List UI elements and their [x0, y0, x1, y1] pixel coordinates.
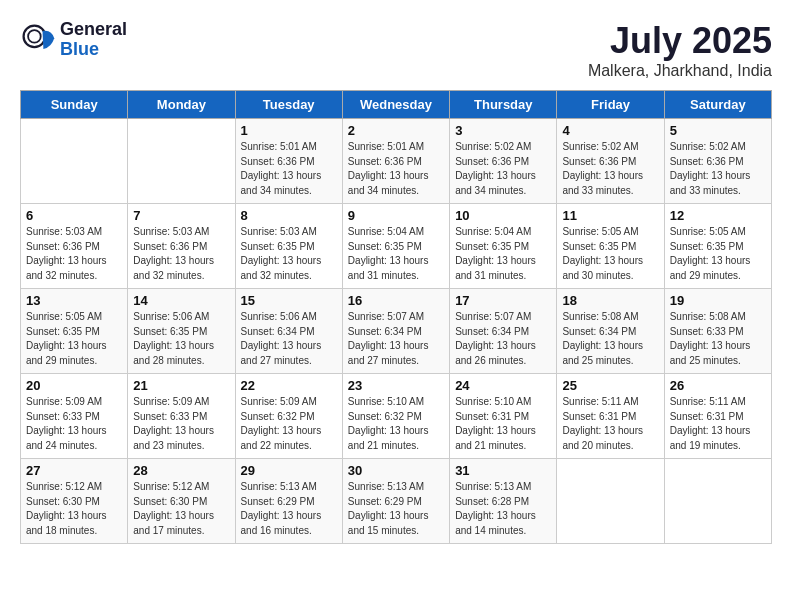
- calendar-week-2: 6Sunrise: 5:03 AM Sunset: 6:36 PM Daylig…: [21, 204, 772, 289]
- header-thursday: Thursday: [450, 91, 557, 119]
- calendar-cell: 22Sunrise: 5:09 AM Sunset: 6:32 PM Dayli…: [235, 374, 342, 459]
- day-number: 29: [241, 463, 337, 478]
- calendar-cell: 30Sunrise: 5:13 AM Sunset: 6:29 PM Dayli…: [342, 459, 449, 544]
- day-number: 6: [26, 208, 122, 223]
- day-info: Sunrise: 5:09 AM Sunset: 6:33 PM Dayligh…: [133, 395, 229, 453]
- day-info: Sunrise: 5:06 AM Sunset: 6:35 PM Dayligh…: [133, 310, 229, 368]
- day-info: Sunrise: 5:07 AM Sunset: 6:34 PM Dayligh…: [348, 310, 444, 368]
- calendar-week-1: 1Sunrise: 5:01 AM Sunset: 6:36 PM Daylig…: [21, 119, 772, 204]
- day-number: 5: [670, 123, 766, 138]
- day-number: 23: [348, 378, 444, 393]
- day-number: 11: [562, 208, 658, 223]
- day-info: Sunrise: 5:08 AM Sunset: 6:34 PM Dayligh…: [562, 310, 658, 368]
- day-info: Sunrise: 5:02 AM Sunset: 6:36 PM Dayligh…: [670, 140, 766, 198]
- page-header: General Blue July 2025 Malkera, Jharkhan…: [20, 20, 772, 80]
- day-number: 2: [348, 123, 444, 138]
- title-block: July 2025 Malkera, Jharkhand, India: [588, 20, 772, 80]
- calendar-cell: 9Sunrise: 5:04 AM Sunset: 6:35 PM Daylig…: [342, 204, 449, 289]
- day-info: Sunrise: 5:05 AM Sunset: 6:35 PM Dayligh…: [670, 225, 766, 283]
- day-number: 13: [26, 293, 122, 308]
- day-number: 19: [670, 293, 766, 308]
- calendar-cell: 4Sunrise: 5:02 AM Sunset: 6:36 PM Daylig…: [557, 119, 664, 204]
- calendar-cell: 17Sunrise: 5:07 AM Sunset: 6:34 PM Dayli…: [450, 289, 557, 374]
- calendar-cell: 20Sunrise: 5:09 AM Sunset: 6:33 PM Dayli…: [21, 374, 128, 459]
- day-info: Sunrise: 5:03 AM Sunset: 6:36 PM Dayligh…: [133, 225, 229, 283]
- header-wednesday: Wednesday: [342, 91, 449, 119]
- day-info: Sunrise: 5:13 AM Sunset: 6:29 PM Dayligh…: [348, 480, 444, 538]
- day-number: 8: [241, 208, 337, 223]
- calendar-cell: 28Sunrise: 5:12 AM Sunset: 6:30 PM Dayli…: [128, 459, 235, 544]
- day-number: 20: [26, 378, 122, 393]
- calendar-table: SundayMondayTuesdayWednesdayThursdayFrid…: [20, 90, 772, 544]
- day-number: 24: [455, 378, 551, 393]
- calendar-cell: 3Sunrise: 5:02 AM Sunset: 6:36 PM Daylig…: [450, 119, 557, 204]
- logo-text: General Blue: [60, 20, 127, 60]
- day-number: 1: [241, 123, 337, 138]
- calendar-cell: 15Sunrise: 5:06 AM Sunset: 6:34 PM Dayli…: [235, 289, 342, 374]
- day-info: Sunrise: 5:10 AM Sunset: 6:32 PM Dayligh…: [348, 395, 444, 453]
- calendar-cell: 19Sunrise: 5:08 AM Sunset: 6:33 PM Dayli…: [664, 289, 771, 374]
- day-info: Sunrise: 5:10 AM Sunset: 6:31 PM Dayligh…: [455, 395, 551, 453]
- day-info: Sunrise: 5:12 AM Sunset: 6:30 PM Dayligh…: [133, 480, 229, 538]
- day-info: Sunrise: 5:04 AM Sunset: 6:35 PM Dayligh…: [455, 225, 551, 283]
- day-info: Sunrise: 5:09 AM Sunset: 6:32 PM Dayligh…: [241, 395, 337, 453]
- day-number: 17: [455, 293, 551, 308]
- calendar-week-5: 27Sunrise: 5:12 AM Sunset: 6:30 PM Dayli…: [21, 459, 772, 544]
- day-number: 15: [241, 293, 337, 308]
- day-info: Sunrise: 5:13 AM Sunset: 6:29 PM Dayligh…: [241, 480, 337, 538]
- day-number: 7: [133, 208, 229, 223]
- header-monday: Monday: [128, 91, 235, 119]
- day-number: 16: [348, 293, 444, 308]
- calendar-cell: 2Sunrise: 5:01 AM Sunset: 6:36 PM Daylig…: [342, 119, 449, 204]
- day-number: 3: [455, 123, 551, 138]
- calendar-cell: 8Sunrise: 5:03 AM Sunset: 6:35 PM Daylig…: [235, 204, 342, 289]
- day-number: 4: [562, 123, 658, 138]
- calendar-cell: 18Sunrise: 5:08 AM Sunset: 6:34 PM Dayli…: [557, 289, 664, 374]
- calendar-cell: 27Sunrise: 5:12 AM Sunset: 6:30 PM Dayli…: [21, 459, 128, 544]
- day-number: 9: [348, 208, 444, 223]
- day-info: Sunrise: 5:05 AM Sunset: 6:35 PM Dayligh…: [26, 310, 122, 368]
- day-info: Sunrise: 5:06 AM Sunset: 6:34 PM Dayligh…: [241, 310, 337, 368]
- calendar-cell: [128, 119, 235, 204]
- calendar-cell: 11Sunrise: 5:05 AM Sunset: 6:35 PM Dayli…: [557, 204, 664, 289]
- day-number: 12: [670, 208, 766, 223]
- day-number: 21: [133, 378, 229, 393]
- calendar-cell: [557, 459, 664, 544]
- calendar-cell: 13Sunrise: 5:05 AM Sunset: 6:35 PM Dayli…: [21, 289, 128, 374]
- calendar-cell: [664, 459, 771, 544]
- calendar-cell: 23Sunrise: 5:10 AM Sunset: 6:32 PM Dayli…: [342, 374, 449, 459]
- day-info: Sunrise: 5:02 AM Sunset: 6:36 PM Dayligh…: [455, 140, 551, 198]
- calendar-cell: 31Sunrise: 5:13 AM Sunset: 6:28 PM Dayli…: [450, 459, 557, 544]
- logo-blue: Blue: [60, 39, 99, 59]
- svg-point-1: [28, 30, 41, 43]
- day-number: 28: [133, 463, 229, 478]
- calendar-cell: 10Sunrise: 5:04 AM Sunset: 6:35 PM Dayli…: [450, 204, 557, 289]
- day-number: 18: [562, 293, 658, 308]
- day-number: 27: [26, 463, 122, 478]
- day-number: 31: [455, 463, 551, 478]
- logo: General Blue: [20, 20, 127, 60]
- header-friday: Friday: [557, 91, 664, 119]
- calendar-cell: 1Sunrise: 5:01 AM Sunset: 6:36 PM Daylig…: [235, 119, 342, 204]
- day-info: Sunrise: 5:03 AM Sunset: 6:35 PM Dayligh…: [241, 225, 337, 283]
- day-info: Sunrise: 5:05 AM Sunset: 6:35 PM Dayligh…: [562, 225, 658, 283]
- calendar-cell: 7Sunrise: 5:03 AM Sunset: 6:36 PM Daylig…: [128, 204, 235, 289]
- day-info: Sunrise: 5:11 AM Sunset: 6:31 PM Dayligh…: [562, 395, 658, 453]
- day-number: 30: [348, 463, 444, 478]
- day-number: 10: [455, 208, 551, 223]
- day-number: 14: [133, 293, 229, 308]
- calendar-cell: 6Sunrise: 5:03 AM Sunset: 6:36 PM Daylig…: [21, 204, 128, 289]
- svg-point-0: [24, 25, 46, 47]
- day-info: Sunrise: 5:03 AM Sunset: 6:36 PM Dayligh…: [26, 225, 122, 283]
- calendar-cell: 24Sunrise: 5:10 AM Sunset: 6:31 PM Dayli…: [450, 374, 557, 459]
- header-saturday: Saturday: [664, 91, 771, 119]
- location-subtitle: Malkera, Jharkhand, India: [588, 62, 772, 80]
- day-number: 22: [241, 378, 337, 393]
- day-info: Sunrise: 5:02 AM Sunset: 6:36 PM Dayligh…: [562, 140, 658, 198]
- calendar-cell: 14Sunrise: 5:06 AM Sunset: 6:35 PM Dayli…: [128, 289, 235, 374]
- calendar-cell: 26Sunrise: 5:11 AM Sunset: 6:31 PM Dayli…: [664, 374, 771, 459]
- day-info: Sunrise: 5:01 AM Sunset: 6:36 PM Dayligh…: [241, 140, 337, 198]
- day-info: Sunrise: 5:09 AM Sunset: 6:33 PM Dayligh…: [26, 395, 122, 453]
- month-year-title: July 2025: [588, 20, 772, 62]
- logo-general: General: [60, 19, 127, 39]
